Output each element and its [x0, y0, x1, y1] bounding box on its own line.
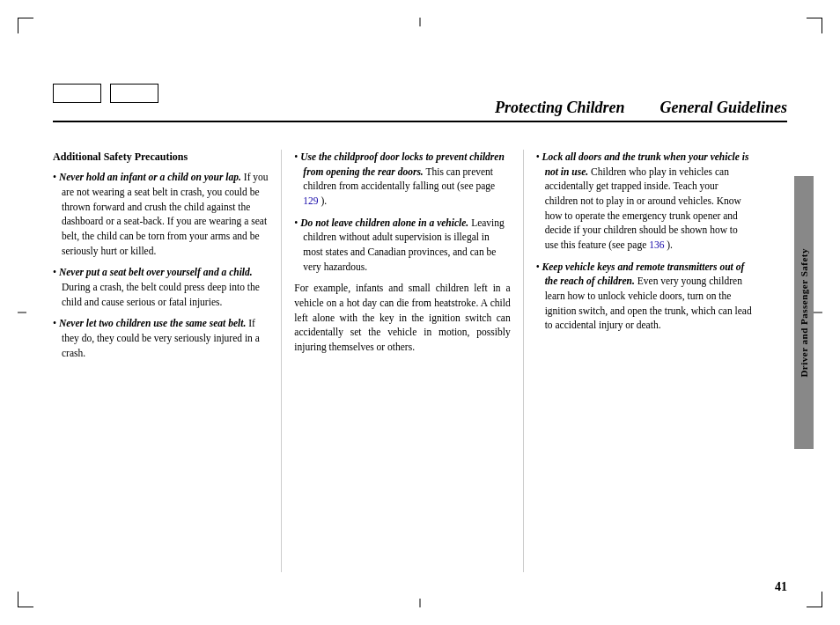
corner-mark-br: [807, 592, 822, 607]
col1-bullet-1-text: If you are not wearing a seat belt in cr…: [62, 172, 269, 255]
col1-bullet-1: Never hold an infant or a child on your …: [53, 170, 269, 258]
column-1: Additional Safety Precautions Never hold…: [53, 150, 281, 572]
col2-link-129[interactable]: 129: [303, 195, 318, 206]
column-2: Use the childproof door locks to prevent…: [282, 150, 522, 572]
col2-bullet-2-bold: Do not leave children alone in a vehicle…: [300, 217, 468, 228]
col1-bullet-3-bold: Never let two children use the same seat…: [59, 318, 246, 328]
sidebar-label: Driver and Passenger Safety: [794, 176, 814, 449]
col1-bullet-2-bold: Never put a seat belt over yourself and …: [59, 267, 253, 277]
page: Protecting Children General Guidelines D…: [0, 0, 840, 625]
col3-bullet-1-text: Children who play in vehicles can accide…: [545, 166, 741, 250]
col1-title: Additional Safety Precautions: [53, 150, 269, 165]
column-3: Lock all doors and the trunk when your v…: [524, 150, 770, 572]
col1-bullet-2: Never put a seat belt over yourself and …: [53, 265, 269, 309]
col1-bullet-1-bold: Never hold an infant or a child on your …: [59, 172, 241, 182]
header-title: Protecting Children General Guidelines: [53, 99, 787, 117]
col2-bullet-2: Do not leave children alone in a vehicle…: [294, 216, 510, 275]
col3-bullet-1: Lock all doors and the trunk when your v…: [536, 150, 752, 253]
section-subtitle: General Guidelines: [659, 99, 787, 117]
tick-top: [420, 18, 421, 26]
page-number: 41: [775, 580, 787, 594]
tick-right: [814, 312, 822, 313]
sidebar-label-text: Driver and Passenger Safety: [799, 248, 809, 378]
col2-bullet-1: Use the childproof door locks to prevent…: [294, 150, 510, 209]
col1-bullet-3: Never let two children use the same seat…: [53, 316, 269, 360]
col3-bullet-2: Keep vehicle keys and remote transmitter…: [536, 260, 752, 333]
corner-mark-bl: [18, 592, 33, 607]
corner-mark-tl: [18, 18, 33, 33]
tick-left: [18, 312, 26, 313]
header-line: [53, 121, 787, 122]
section-title: Protecting Children: [495, 99, 625, 117]
content: Additional Safety Precautions Never hold…: [53, 150, 770, 572]
corner-mark-tr: [807, 18, 822, 33]
header: Protecting Children General Guidelines: [53, 99, 787, 122]
col2-para: For example, infants and small children …: [294, 281, 510, 354]
col3-link-136[interactable]: 136: [649, 239, 664, 250]
col1-bullet-2-text: During a crash, the belt could press dee…: [62, 282, 260, 307]
tick-bottom: [420, 599, 421, 607]
